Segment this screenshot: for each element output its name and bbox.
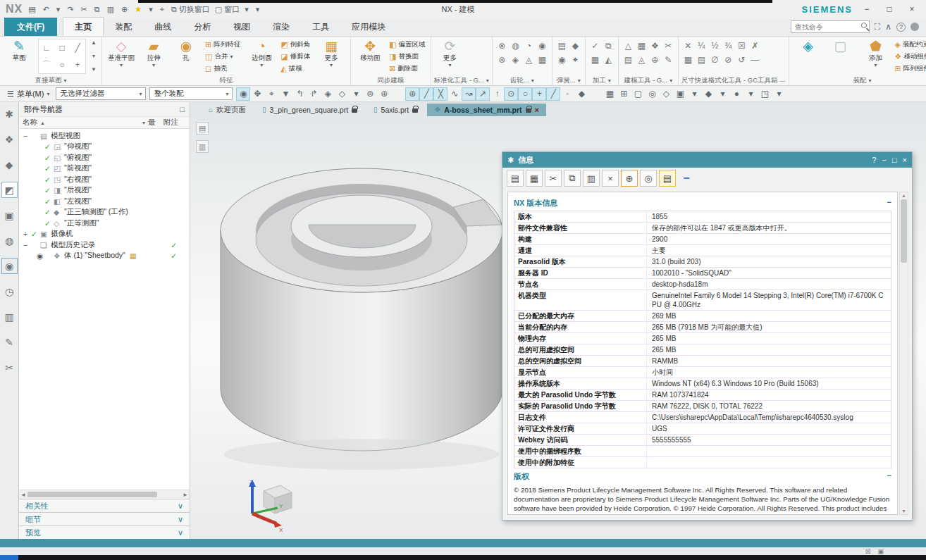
- ribbon-icon[interactable]: ✂: [665, 41, 672, 51]
- resource-bar-icon[interactable]: ▥: [2, 309, 17, 324]
- ribbon-button[interactable]: ◇基准平面▾: [105, 39, 137, 68]
- tree-expander[interactable]: −: [23, 132, 31, 140]
- ribbon-tab[interactable]: 分析: [183, 18, 222, 36]
- selection-icon[interactable]: ⌖: [264, 87, 278, 101]
- horizontal-scrollbar[interactable]: ◄ ►: [19, 490, 190, 499]
- preview-panel[interactable]: 预览∨: [19, 525, 190, 539]
- ribbon-icon[interactable]: ⊕: [651, 55, 658, 65]
- scrollbar-thumb[interactable]: [901, 199, 907, 263]
- dialog-scrollbar[interactable]: ▲ ▼: [899, 192, 908, 515]
- minimize-ribbon-icon[interactable]: ∧: [885, 22, 891, 32]
- ribbon-icon[interactable]: ▤: [558, 41, 566, 51]
- undock-icon[interactable]: □: [180, 105, 185, 113]
- ribbon-icon[interactable]: ✗: [751, 41, 758, 51]
- ribbon-icon[interactable]: ▤: [624, 55, 632, 65]
- view-icon[interactable]: ▾: [687, 87, 701, 101]
- dialog-toolbar-icon[interactable]: ▤: [507, 170, 524, 187]
- view-icon[interactable]: ◆: [701, 87, 715, 101]
- snap-icon[interactable]: ╳: [433, 87, 447, 101]
- ribbon-icon[interactable]: ⊗: [498, 41, 505, 51]
- minimize-button[interactable]: −: [858, 4, 875, 14]
- more-button[interactable]: ⟳更多▾: [434, 39, 467, 68]
- check-icon[interactable]: ✓: [44, 208, 54, 216]
- tree-item[interactable]: ✓ ◧ "左视图": [19, 196, 190, 207]
- surface-icon[interactable]: ▢: [825, 39, 857, 54]
- check-icon[interactable]: ✓: [44, 154, 54, 162]
- ribbon-icon[interactable]: ¾: [724, 41, 731, 51]
- ribbon-small-button[interactable]: ◻抽壳: [205, 63, 242, 75]
- selection-icon[interactable]: ↱: [307, 87, 321, 101]
- ribbon-icon[interactable]: ◭: [605, 55, 612, 65]
- ribbon-button[interactable]: ◔边倒圆▾: [245, 39, 278, 68]
- ribbon-icon[interactable]: ¼: [698, 41, 705, 51]
- view-icon[interactable]: ▾: [772, 87, 786, 101]
- status-icon[interactable]: ▣: [877, 548, 884, 555]
- maximize-button[interactable]: □: [881, 4, 898, 14]
- column-latest[interactable]: 最: [148, 118, 161, 127]
- snap-icon[interactable]: ○: [518, 87, 532, 101]
- ribbon-small-button[interactable]: ❖移动组件: [895, 51, 926, 63]
- snap-icon[interactable]: ↝: [462, 87, 476, 101]
- ribbon-icon[interactable]: ✎: [665, 55, 672, 65]
- selection-icon[interactable]: ⊚: [363, 87, 377, 101]
- ribbon-icon[interactable]: ⊛: [498, 55, 505, 65]
- details-panel[interactable]: 细节∨: [19, 512, 190, 525]
- selection-icon[interactable]: ⊕: [377, 87, 391, 101]
- ribbon-button[interactable]: ◉孔: [170, 39, 202, 68]
- quick-access-icon[interactable]: ▥: [107, 5, 116, 14]
- ribbon-small-button[interactable]: ◭拔模: [280, 63, 312, 75]
- ribbon-icon[interactable]: ◬: [526, 55, 532, 65]
- tab-welcome[interactable]: ⌂欢迎页面: [202, 103, 253, 117]
- tab-part-2[interactable]: ▯5axis.prt: [366, 104, 425, 116]
- view-icon[interactable]: ◇: [659, 87, 673, 101]
- ribbon-icon[interactable]: ✓: [591, 41, 598, 51]
- tree-item[interactable]: ✓ ◳ "右视图": [19, 174, 190, 185]
- quick-access-icon[interactable]: ▾: [56, 5, 63, 14]
- ribbon-icon[interactable]: ◆: [572, 41, 579, 51]
- dialog-toolbar-icon[interactable]: ◎: [640, 170, 657, 187]
- ribbon-icon[interactable]: ▦: [591, 55, 599, 65]
- tree-item[interactable]: ✓ ◲ "仰视图": [19, 142, 190, 153]
- snap-icon[interactable]: ╱: [546, 87, 560, 101]
- sketch-shape-icon[interactable]: +: [75, 60, 80, 70]
- snap-icon[interactable]: ⊕: [405, 87, 419, 101]
- help-icon[interactable]: ?: [896, 23, 906, 32]
- column-note[interactable]: 附注: [163, 118, 186, 127]
- ribbon-tab[interactable]: 工具: [301, 18, 340, 36]
- ribbon-icon[interactable]: ✕: [684, 41, 691, 51]
- dialog-title-bar[interactable]: ✱ 信息 ? − □ ×: [502, 152, 912, 168]
- sketch-shape-icon[interactable]: ∟: [42, 43, 51, 53]
- ribbon-tab[interactable]: 应用模块: [340, 18, 397, 36]
- dialog-toolbar-icon[interactable]: ▤: [659, 170, 676, 187]
- quick-access-icon[interactable]: ★: [135, 5, 144, 14]
- quick-access-icon[interactable]: ✂: [81, 5, 89, 14]
- tree-item[interactable]: ◉ ❖ 体 (1) "Sheetbody" ▦ ✓: [19, 251, 190, 262]
- quick-access-icon[interactable]: ▾: [149, 5, 155, 14]
- ribbon-icon[interactable]: ❖: [651, 41, 659, 51]
- quick-access-icon[interactable]: ↷: [67, 5, 75, 14]
- part-3d-model[interactable]: [210, 146, 520, 477]
- selection-icon[interactable]: ✥: [250, 87, 264, 101]
- resource-bar-icon[interactable]: ◷: [2, 284, 17, 299]
- view-icon[interactable]: ●: [729, 87, 743, 101]
- ribbon-icon[interactable]: ◍: [512, 41, 519, 51]
- quick-access-icon[interactable]: ▾: [245, 5, 251, 14]
- ribbon-icon[interactable]: △: [625, 41, 631, 51]
- ribbon-tab[interactable]: 视图: [222, 18, 261, 36]
- ribbon-tab[interactable]: 主页: [63, 17, 104, 36]
- resource-bar-icon[interactable]: ◍: [2, 233, 17, 248]
- check-icon[interactable]: ✓: [31, 230, 40, 238]
- view-icon[interactable]: ◎: [645, 87, 659, 101]
- ribbon-icon[interactable]: ▤: [698, 55, 705, 65]
- ribbon-icon[interactable]: ↺: [738, 55, 745, 65]
- check-icon[interactable]: ✓: [44, 164, 54, 173]
- check-icon[interactable]: ✓: [44, 186, 54, 194]
- dialog-toolbar-icon[interactable]: ▥: [583, 170, 600, 187]
- command-search-input[interactable]: [791, 20, 870, 33]
- ribbon-small-button[interactable]: ◫合并▾: [205, 51, 242, 63]
- ribbon-small-button[interactable]: ⊞阵列特征: [205, 39, 242, 51]
- dialog-maximize-icon[interactable]: □: [892, 156, 897, 164]
- status-icon[interactable]: ☒: [865, 548, 870, 555]
- snap-icon[interactable]: ⊙: [504, 87, 518, 101]
- selection-icon[interactable]: ◇: [335, 87, 349, 101]
